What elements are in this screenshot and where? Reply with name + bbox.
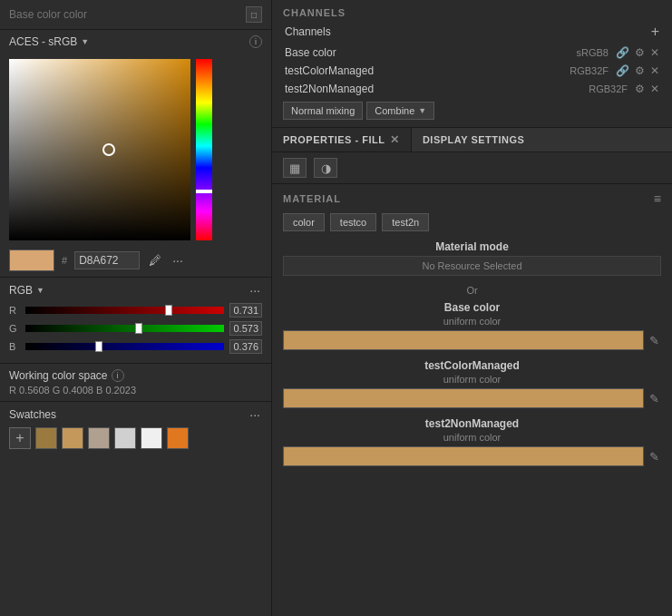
material-header: MATERIAL ≡: [283, 191, 661, 206]
b-value-input[interactable]: [229, 339, 262, 354]
r-value-input[interactable]: [229, 303, 262, 318]
material-base-color-swatch-row: ✎: [283, 330, 661, 350]
working-color-space: Working color space i R 0.5608 G 0.4008 …: [0, 363, 271, 401]
test2-non-managed-name: test2NonManaged: [285, 83, 589, 95]
chip-test2n[interactable]: test2n: [382, 213, 429, 231]
properties-fill-tab[interactable]: PROPERTIES - FILL ✕: [272, 128, 412, 152]
material-test2-non-managed-block: test2NonManaged uniform color ✎: [283, 417, 661, 466]
properties-section: PROPERTIES - FILL ✕ DISPLAY SETTINGS ▦ ◑…: [272, 128, 672, 616]
color-space-select[interactable]: ACES - sRGB ▼: [9, 35, 89, 48]
material-mode-label: Material mode: [283, 240, 661, 253]
wcs-title: Working color space i: [9, 369, 262, 382]
swatches-header: Swatches ···: [9, 407, 262, 422]
hue-slider[interactable]: [196, 59, 212, 240]
more-options-button[interactable]: ···: [170, 253, 185, 268]
channel-r-row: R: [9, 303, 262, 318]
swatch-3[interactable]: [88, 427, 110, 449]
color-value-row: # 🖉 ···: [0, 246, 271, 277]
channel-item-base-color: Base color sRGB8 🔗 ⚙ ✕: [283, 44, 661, 62]
swatch-5[interactable]: [141, 427, 162, 449]
base-color-channel-name: Base color: [285, 46, 577, 59]
title-input[interactable]: [9, 8, 246, 21]
material-chips: color testco test2n: [283, 213, 661, 231]
swatches-section: Swatches ··· +: [0, 401, 271, 455]
test-color-managed-close-icon[interactable]: ✕: [650, 64, 659, 77]
swatch-1[interactable]: [35, 427, 57, 449]
rgb-section: RGB ▼ ··· R G: [0, 277, 271, 363]
saturation-value-picker[interactable]: [9, 59, 190, 240]
rgb-header: RGB ▼ ···: [9, 283, 262, 298]
rgb-label: RGB ▼: [9, 284, 44, 297]
color-space-bar: ACES - sRGB ▼ i: [0, 30, 271, 54]
display-settings-tab[interactable]: DISPLAY SETTINGS: [412, 129, 536, 151]
g-thumb: [135, 323, 142, 334]
wcs-info-icon[interactable]: i: [112, 369, 124, 382]
b-thumb: [95, 341, 102, 352]
base-color-icons: 🔗 ⚙ ✕: [616, 46, 659, 59]
add-channel-button[interactable]: +: [651, 24, 659, 40]
channels-header-row: Channels +: [283, 24, 661, 40]
material-mode-value: No Resource Selected: [283, 256, 661, 276]
test2-non-managed-material-swatch[interactable]: [283, 446, 644, 466]
left-panel: □ ACES - sRGB ▼ i # 🖉 ··· RGB: [0, 0, 272, 616]
base-color-edit-icon[interactable]: ✎: [648, 334, 661, 347]
test-color-managed-type: RGB32F: [570, 65, 609, 76]
properties-fill-label: PROPERTIES - FILL: [283, 134, 385, 145]
material-mode-section: Material mode No Resource Selected: [283, 240, 661, 276]
combine-dropdown[interactable]: Combine ▼: [366, 102, 434, 120]
fill-type-icon-1[interactable]: ▦: [283, 158, 307, 178]
test2-non-managed-settings-icon[interactable]: ⚙: [635, 83, 645, 95]
hue-saturation-strip: [196, 59, 212, 240]
base-color-close-icon[interactable]: ✕: [650, 46, 659, 59]
g-value-input[interactable]: [229, 321, 262, 336]
expand-button[interactable]: □: [246, 6, 262, 23]
add-swatch-button[interactable]: +: [9, 427, 31, 449]
b-slider[interactable]: [25, 341, 224, 352]
base-color-settings-icon[interactable]: ⚙: [635, 46, 645, 59]
properties-fill-close-icon[interactable]: ✕: [390, 133, 400, 146]
hex-input[interactable]: [74, 251, 140, 269]
test-color-managed-edit-icon[interactable]: ✎: [648, 392, 661, 406]
r-thumb: [165, 305, 172, 316]
material-base-color-subtitle: uniform color: [283, 316, 661, 327]
material-test2-non-managed-subtitle: uniform color: [283, 432, 661, 443]
swatches-more-button[interactable]: ···: [248, 407, 262, 422]
test2-non-managed-icons: ⚙ ✕: [635, 83, 659, 95]
swatch-4[interactable]: [114, 427, 136, 449]
channel-item-test2-non-managed: test2NonManaged RGB32F ⚙ ✕: [283, 80, 661, 98]
title-bar: □: [0, 0, 271, 30]
chip-color[interactable]: color: [283, 213, 325, 231]
material-menu-button[interactable]: ≡: [654, 191, 661, 206]
swatch-6[interactable]: [167, 427, 189, 449]
test2-non-managed-close-icon[interactable]: ✕: [650, 83, 659, 95]
base-color-type: sRGB8: [577, 47, 609, 58]
channels-section: CHANNELS Channels + Base color sRGB8 🔗 ⚙…: [272, 0, 672, 128]
channel-b-row: B: [9, 339, 262, 354]
channel-item-test-color-managed: testColorManaged RGB32F 🔗 ⚙ ✕: [283, 62, 661, 80]
test-color-managed-material-swatch[interactable]: [283, 388, 644, 408]
g-slider[interactable]: [25, 323, 224, 334]
swatch-2[interactable]: [62, 427, 83, 449]
normal-mixing-button[interactable]: Normal mixing: [283, 102, 363, 120]
material-base-color-title: Base color: [283, 301, 661, 314]
fill-type-icon-2[interactable]: ◑: [314, 158, 337, 178]
rgb-text: RGB: [9, 284, 33, 297]
info-icon[interactable]: i: [249, 35, 262, 48]
rgb-more-button[interactable]: ···: [248, 283, 262, 298]
material-test2-non-managed-swatch-row: ✎: [283, 446, 661, 466]
base-color-material-swatch[interactable]: [283, 330, 644, 350]
test-color-managed-settings-icon[interactable]: ⚙: [635, 64, 645, 77]
display-settings-label: DISPLAY SETTINGS: [423, 134, 525, 145]
hex-label: #: [62, 255, 67, 266]
or-divider: Or: [283, 285, 661, 296]
test2-non-managed-edit-icon[interactable]: ✎: [648, 450, 661, 464]
eyedropper-button[interactable]: 🖉: [147, 253, 163, 268]
chip-testco[interactable]: testco: [330, 213, 376, 231]
swatches-row: +: [9, 427, 262, 449]
current-color-swatch[interactable]: [9, 249, 54, 271]
base-color-link-icon[interactable]: 🔗: [616, 46, 629, 59]
test-color-managed-link-icon[interactable]: 🔗: [616, 64, 629, 77]
material-test-color-managed-block: testColorManaged uniform color ✎: [283, 359, 661, 408]
material-test2-non-managed-title: test2NonManaged: [283, 417, 661, 430]
r-slider[interactable]: [25, 305, 224, 316]
